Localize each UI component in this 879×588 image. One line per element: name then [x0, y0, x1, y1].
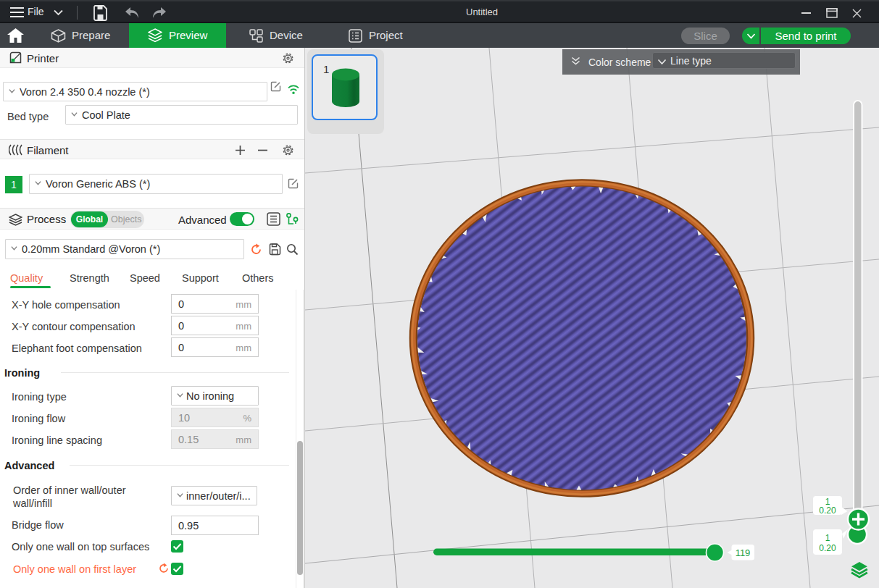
- svg-text:0.20: 0.20: [819, 505, 836, 516]
- svg-text:0.20: 0.20: [819, 543, 836, 553]
- svg-text:119: 119: [736, 547, 751, 558]
- svg-text:1: 1: [825, 533, 830, 543]
